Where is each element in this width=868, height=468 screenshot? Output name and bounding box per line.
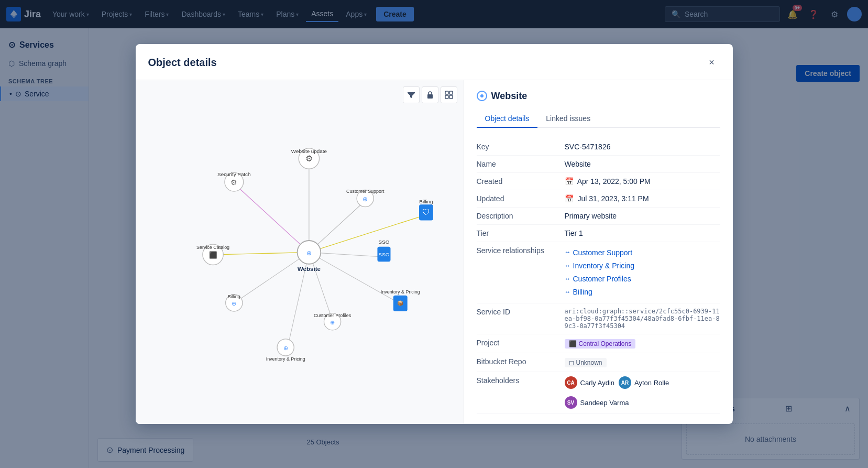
avatar-carly: CA bbox=[565, 376, 577, 389]
svg-text:Customer Support: Customer Support bbox=[346, 188, 384, 193]
stakeholder-carly-name: Carly Aydin bbox=[580, 379, 615, 387]
service-rel-inventory-pricing[interactable]: ↔ Inventory & Pricing bbox=[565, 259, 720, 273]
service-id-label: Service ID bbox=[477, 308, 561, 316]
stakeholders-label: Stakeholders bbox=[477, 376, 561, 385]
graph-expand-button[interactable] bbox=[441, 86, 457, 103]
modal-title: Object details bbox=[148, 57, 217, 69]
svg-rect-2 bbox=[445, 91, 448, 94]
detail-project-row: Project ⬛ Central Operations bbox=[477, 334, 720, 353]
svg-text:⊕: ⊕ bbox=[330, 319, 335, 325]
svg-rect-5 bbox=[449, 95, 453, 99]
name-value: Website bbox=[565, 160, 720, 168]
svg-text:Inventory & Pricing: Inventory & Pricing bbox=[266, 356, 305, 362]
project-badge: ⬛ Central Operations bbox=[565, 339, 636, 349]
svg-text:🛡: 🛡 bbox=[422, 208, 430, 216]
service-relationships-values: ↔ Customer Support ↔ Inventory & Pricing… bbox=[565, 246, 720, 299]
service-relationships-label: Service relationships bbox=[477, 246, 561, 255]
calendar-icon: 📅 bbox=[565, 177, 574, 186]
detail-updated-row: Updated 📅 Jul 31, 2023, 3:11 PM bbox=[477, 190, 720, 208]
svg-text:Billing: Billing bbox=[227, 294, 240, 299]
detail-tier-row: Tier Tier 1 bbox=[477, 225, 720, 242]
description-label: Description bbox=[477, 212, 561, 220]
tier-label: Tier bbox=[477, 229, 561, 237]
graph-svg: ⚙ Website update ⚙ Security Patch ⊕ Cust… bbox=[136, 80, 464, 425]
svg-line-10 bbox=[217, 252, 309, 254]
rel-icon-1: ↔ bbox=[565, 247, 571, 258]
modal-overlay[interactable]: Object details × bbox=[0, 0, 868, 468]
calendar-icon-2: 📅 bbox=[565, 194, 574, 203]
stakeholder-sandeep: SV Sandeep Varma bbox=[565, 396, 629, 409]
modal-body: ⚙ Website update ⚙ Security Patch ⊕ Cust… bbox=[136, 80, 733, 425]
svg-line-7 bbox=[236, 186, 309, 252]
graph-toolbar bbox=[403, 86, 457, 103]
svg-text:SSO: SSO bbox=[378, 252, 389, 257]
object-name: Website bbox=[491, 91, 528, 102]
svg-text:SSO: SSO bbox=[378, 239, 389, 245]
tier-value: Tier 1 bbox=[565, 229, 720, 237]
created-value: 📅 Apr 13, 2022, 5:00 PM bbox=[565, 177, 720, 186]
details-tabs: Object details Linked issues bbox=[477, 110, 720, 128]
detail-service-id-row: Service ID ari:cloud:graph::service/2cfc… bbox=[477, 303, 720, 334]
svg-text:Website: Website bbox=[297, 265, 321, 272]
svg-text:⊕: ⊕ bbox=[362, 195, 368, 202]
avatar-ayton: AR bbox=[619, 376, 631, 389]
created-label: Created bbox=[477, 177, 561, 186]
key-value: SVC-5471826 bbox=[565, 143, 720, 151]
details-panel: Website Object details Linked issues Key… bbox=[464, 80, 733, 425]
svg-text:Customer Profiles: Customer Profiles bbox=[314, 312, 351, 318]
service-rel-customer-profiles[interactable]: ↔ Customer Profiles bbox=[565, 273, 720, 286]
unknown-badge: ◻ Unknown bbox=[565, 358, 607, 367]
svg-text:Website update: Website update bbox=[291, 148, 327, 154]
bitbucket-label: Bitbucket Repo bbox=[477, 357, 561, 366]
detail-key-row: Key SVC-5471826 bbox=[477, 138, 720, 156]
service-rel-billing[interactable]: ↔ Billing bbox=[565, 286, 720, 299]
updated-value: 📅 Jul 31, 2023, 3:11 PM bbox=[565, 194, 720, 203]
bitbucket-icon: ◻ bbox=[569, 359, 574, 366]
svg-text:⊕: ⊕ bbox=[283, 345, 288, 351]
name-label: Name bbox=[477, 160, 561, 168]
project-label: Project bbox=[477, 339, 561, 347]
detail-service-relationships-row: Service relationships ↔ Customer Support… bbox=[477, 242, 720, 304]
modal-header: Object details × bbox=[136, 44, 733, 80]
svg-text:📦: 📦 bbox=[397, 300, 404, 307]
rel-icon-4: ↔ bbox=[565, 287, 571, 298]
graph-filter-button[interactable] bbox=[403, 86, 420, 103]
detail-bitbucket-row: Bitbucket Repo ◻ Unknown bbox=[477, 353, 720, 372]
object-details-modal: Object details × bbox=[136, 44, 733, 425]
stakeholder-carly: CA Carly Aydin bbox=[565, 376, 615, 389]
updated-label: Updated bbox=[477, 194, 561, 203]
svg-line-9 bbox=[309, 214, 426, 252]
svg-text:⬛: ⬛ bbox=[208, 251, 217, 259]
service-rel-customer-support[interactable]: ↔ Customer Support bbox=[565, 246, 720, 259]
project-icon: ⬛ bbox=[569, 340, 577, 347]
stakeholder-sandeep-name: Sandeep Varma bbox=[580, 399, 629, 407]
svg-rect-3 bbox=[449, 91, 453, 94]
detail-description-row: Description Primary website bbox=[477, 208, 720, 225]
rel-icon-2: ↔ bbox=[565, 260, 571, 272]
stakeholder-ayton: AR Ayton Rolle bbox=[619, 376, 669, 389]
svg-text:⚙: ⚙ bbox=[230, 178, 237, 186]
svg-text:⊕: ⊕ bbox=[306, 249, 311, 256]
detail-created-row: Created 📅 Apr 13, 2022, 5:00 PM bbox=[477, 173, 720, 190]
avatar-sandeep: SV bbox=[565, 396, 577, 409]
tab-object-details[interactable]: Object details bbox=[477, 110, 538, 128]
stakeholder-ayton-name: Ayton Rolle bbox=[634, 379, 669, 387]
svg-text:Service Catalog: Service Catalog bbox=[196, 245, 229, 250]
rel-icon-3: ↔ bbox=[565, 274, 571, 285]
detail-stakeholders-row: Stakeholders CA Carly Aydin AR Ayton Rol… bbox=[477, 372, 720, 413]
tab-linked-issues[interactable]: Linked issues bbox=[537, 110, 599, 128]
svg-rect-1 bbox=[427, 94, 433, 99]
graph-lock-button[interactable] bbox=[422, 86, 438, 103]
object-title: Website bbox=[477, 91, 720, 102]
project-value: ⬛ Central Operations bbox=[565, 339, 720, 349]
modal-close-button[interactable]: × bbox=[704, 55, 720, 71]
svg-point-52 bbox=[480, 94, 484, 97]
svg-line-12 bbox=[236, 252, 309, 301]
stakeholders-list: CA Carly Aydin AR Ayton Rolle SV Sandeep… bbox=[565, 376, 720, 409]
graph-panel: ⚙ Website update ⚙ Security Patch ⊕ Cust… bbox=[136, 80, 464, 425]
svg-text:⊕: ⊕ bbox=[232, 300, 236, 307]
svg-text:Inventory & Pricing: Inventory & Pricing bbox=[380, 289, 420, 295]
svg-text:Security Patch: Security Patch bbox=[217, 171, 250, 177]
service-id-value: ari:cloud:graph::service/2cfc55c0-6939-1… bbox=[565, 308, 720, 330]
description-value: Primary website bbox=[565, 212, 720, 220]
